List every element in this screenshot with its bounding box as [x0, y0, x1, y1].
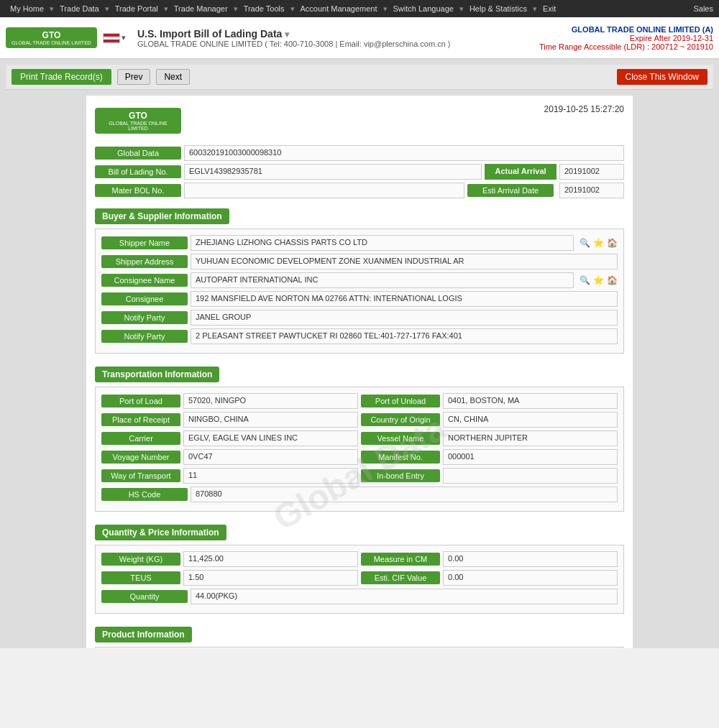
- company-name: GLOBAL TRADE ONLINE LIMITED (A): [539, 25, 713, 34]
- vessel-value: NORTHERN JUPITER: [443, 430, 618, 446]
- measure-value: 0.00: [443, 551, 618, 567]
- doc-timestamp: 2019-10-25 15:27:20: [544, 104, 624, 114]
- carrier-col: Carrier EGLV, EAGLE VAN LINES INC: [101, 430, 358, 446]
- quantity-section: Weight (KG) 11,425.00 Measure in CM 0.00…: [95, 545, 624, 614]
- country-origin-value: CN, CHINA: [443, 412, 618, 428]
- qty-value: 44.00(PKG): [191, 589, 618, 604]
- notify1-row: Notify Party JANEL GROUP: [101, 310, 618, 326]
- consignee-name-label: Consignee Name: [101, 274, 188, 287]
- cif-col: Esti. CIF Value 0.00: [361, 570, 618, 586]
- vessel-col: Vessel Name NORTHERN JUPITER: [361, 430, 618, 446]
- shipper-name-row: Shipper Name ZHEJIANG LIZHONG CHASSIS PA…: [101, 235, 618, 251]
- port-load-value: 57020, NINGPO: [183, 393, 358, 409]
- global-data-row: Global Data 600320191003000098310: [95, 145, 624, 161]
- port-unload-value: 0401, BOSTON, MA: [443, 393, 618, 409]
- port-load-label: Port of Load: [101, 395, 180, 407]
- bol-value: EGLV143982935781: [184, 164, 482, 180]
- scroll-area[interactable]: Print Trade Record(s) Prev Next Close Th…: [0, 59, 719, 648]
- notify2-label: Notify Party: [101, 330, 188, 343]
- actual-arrival-label[interactable]: Actual Arrival: [485, 164, 557, 180]
- nav-sales[interactable]: Sales: [693, 4, 713, 13]
- header-dropdown-icon[interactable]: ▾: [285, 29, 289, 40]
- consignee-name-row: Consignee Name AUTOPART INTERNATIONAL IN…: [101, 272, 618, 288]
- transport-row-4: Voyage Number 0VC47 Manifest No. 000001: [101, 449, 618, 465]
- inbond-label: In-bond Entry: [361, 469, 440, 482]
- consignee-value: 192 MANSFIELD AVE NORTON MA 02766 ATTN: …: [191, 291, 618, 307]
- next-button-top[interactable]: Next: [156, 69, 190, 85]
- transport-mode-label: Way of Transport: [101, 469, 180, 482]
- logo: GTO GLOBAL TRADE ONLINE LIMITED: [6, 27, 97, 48]
- flag-area: ▾: [103, 33, 126, 43]
- consignee-search-icon[interactable]: 🔍: [580, 275, 590, 285]
- manifest-col: Manifest No. 000001: [361, 449, 618, 465]
- header-right: GLOBAL TRADE ONLINE LIMITED (A) Expire A…: [539, 25, 713, 51]
- vessel-label: Vessel Name: [361, 432, 440, 445]
- teus-col: TEUS 1.50: [101, 570, 358, 586]
- weight-label: Weight (KG): [101, 553, 180, 566]
- header-center: U.S. Import Bill of Lading Data ▾ GLOBAL…: [132, 28, 539, 48]
- nav-trade-data[interactable]: Trade Data: [55, 4, 104, 13]
- port-load-col: Port of Load 57020, NINGPO: [101, 393, 358, 409]
- us-flag: [103, 33, 120, 43]
- esti-arrival-label: Esti Arrival Date: [467, 184, 554, 197]
- shipper-name-label: Shipper Name: [101, 236, 188, 249]
- place-receipt-label: Place of Receipt: [101, 413, 180, 426]
- top-navigation: My Home ▾ Trade Data ▾ Trade Portal ▾ Tr…: [0, 0, 719, 17]
- global-data-value: 600320191003000098310: [184, 145, 624, 161]
- country-origin-col: Country of Origin CN, CHINA: [361, 412, 618, 428]
- carrier-value: EGLV, EAGLE VAN LINES INC: [183, 430, 358, 446]
- esti-arrival-value: 20191002: [559, 183, 624, 198]
- transport-mode-col: Way of Transport 11: [101, 468, 358, 484]
- nav-exit[interactable]: Exit: [539, 4, 560, 13]
- weight-value: 11,425.00: [183, 551, 358, 567]
- bol-label: Bill of Lading No.: [95, 165, 181, 178]
- close-button-top[interactable]: Close This Window: [617, 69, 707, 85]
- flag-dropdown[interactable]: ▾: [122, 33, 126, 42]
- nav-trade-manager[interactable]: Trade Manager: [170, 4, 232, 13]
- hs-value: 870880: [191, 487, 618, 502]
- home-icon[interactable]: 🏠: [607, 238, 618, 248]
- shipper-addr-label: Shipper Address: [101, 255, 188, 268]
- cif-value: 0.00: [443, 570, 618, 586]
- print-button-top[interactable]: Print Trade Record(s): [12, 69, 111, 85]
- header-bar: GTO GLOBAL TRADE ONLINE LIMITED ▾ U.S. I…: [0, 17, 719, 59]
- actual-arrival-value: 20191002: [559, 164, 624, 180]
- consignee-star-icon[interactable]: ⭐: [593, 275, 604, 285]
- measure-label: Measure in CM: [361, 553, 440, 566]
- nav-my-home[interactable]: My Home: [6, 4, 48, 13]
- search-icon[interactable]: 🔍: [580, 238, 590, 248]
- carrier-label: Carrier: [101, 432, 180, 445]
- star-icon[interactable]: ⭐: [593, 238, 604, 248]
- master-bol-label: Mater BOL No.: [95, 184, 181, 197]
- doc-wrapper: Global Data GTO GLOBAL TRADE ONLINE LIMI…: [95, 104, 624, 648]
- port-unload-col: Port of Unload 0401, BOSTON, MA: [361, 393, 618, 409]
- notify1-label: Notify Party: [101, 311, 188, 324]
- bol-row: Bill of Lading No. EGLV143982935781 Actu…: [95, 164, 624, 180]
- nav-help[interactable]: Help & Statistics: [465, 4, 531, 13]
- qty-row-3: Quantity 44.00(PKG): [101, 589, 618, 604]
- notify2-value: 2 PLEASANT STREET PAWTUCKET RI 02860 TEL…: [191, 328, 618, 344]
- product-section: Container EISU1831307 ( CN / L / HH ) Co…: [95, 647, 624, 648]
- manifest-label: Manifest No.: [361, 451, 440, 464]
- nav-trade-tools[interactable]: Trade Tools: [239, 4, 289, 13]
- prev-button-top[interactable]: Prev: [117, 69, 151, 85]
- consignee-label: Consignee: [101, 292, 188, 305]
- consignee-home-icon[interactable]: 🏠: [607, 275, 618, 285]
- expire-date: Expire After 2019-12-31: [539, 34, 713, 42]
- notify1-value: JANEL GROUP: [191, 310, 618, 326]
- nav-account-mgmt[interactable]: Account Management: [296, 4, 382, 13]
- product-header: Product Information: [95, 627, 192, 642]
- time-range: Time Range Accessible (LDR) : 200712 ~ 2…: [539, 42, 713, 51]
- nav-items: My Home ▾ Trade Data ▾ Trade Portal ▾ Tr…: [6, 4, 560, 14]
- consignee-row: Consignee 192 MANSFIELD AVE NORTON MA 02…: [101, 291, 618, 307]
- manifest-value: 000001: [443, 449, 618, 465]
- buyer-supplier-section: Shipper Name ZHEJIANG LIZHONG CHASSIS PA…: [95, 229, 624, 354]
- notify2-row: Notify Party 2 PLEASANT STREET PAWTUCKET…: [101, 328, 618, 344]
- voyage-value: 0VC47: [183, 449, 358, 465]
- header-subtitle: GLOBAL TRADE ONLINE LIMITED ( Tel: 400-7…: [137, 40, 539, 48]
- port-unload-label: Port of Unload: [361, 395, 440, 407]
- nav-switch-lang[interactable]: Switch Language: [389, 4, 458, 13]
- country-origin-label: Country of Origin: [361, 413, 440, 426]
- nav-trade-portal[interactable]: Trade Portal: [111, 4, 162, 13]
- header-title: U.S. Import Bill of Lading Data ▾: [137, 28, 539, 40]
